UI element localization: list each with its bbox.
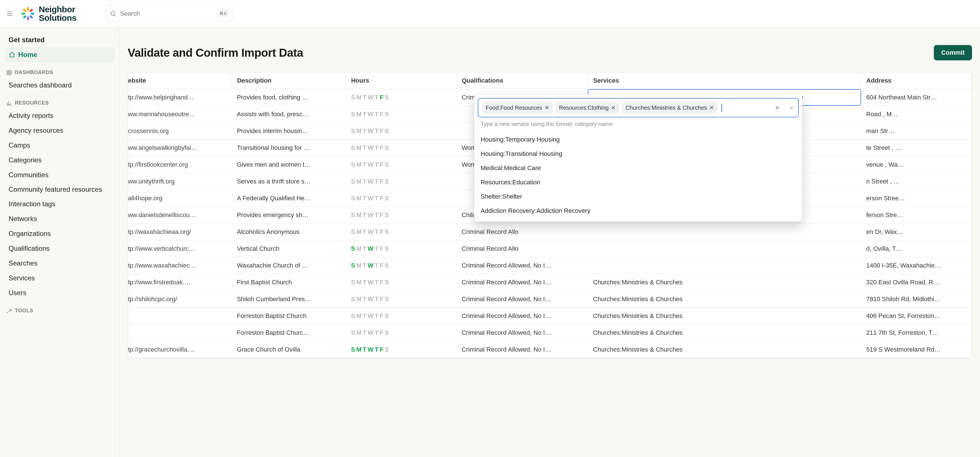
sidebar-item[interactable]: Interaction tags (5, 197, 115, 211)
cell-website[interactable]: tp://gracechurchovilla.… (128, 341, 232, 358)
sidebar-item[interactable]: Networks (5, 211, 115, 226)
get-started-link[interactable]: Get started (5, 32, 115, 47)
cell-hours[interactable]: SMTWTFS (346, 274, 457, 290)
col-description[interactable]: Description (232, 72, 346, 89)
table-row[interactable]: Forreston Baptist Churc…SMTWTFSCriminal … (128, 324, 972, 341)
cell-hours[interactable]: SMTWTFS (346, 206, 457, 224)
cell-address[interactable]: venue , Wa… (861, 156, 972, 173)
service-option[interactable]: Resources:Education (474, 175, 802, 189)
chip-remove-icon[interactable]: ✕ (709, 104, 714, 111)
cell-hours[interactable]: SMTWTFS (346, 122, 457, 139)
cell-services[interactable] (588, 257, 861, 274)
service-chip[interactable]: Food:Food Resources✕ (482, 102, 553, 113)
service-chip[interactable]: Churches:Ministries & Churches✕ (622, 102, 718, 113)
service-option[interactable]: Housing:Temporary Housing (474, 132, 802, 147)
global-search[interactable]: ⌘K (106, 5, 233, 22)
commit-button[interactable]: Commit (934, 45, 972, 60)
cell-address[interactable]: 406 Pecan St, Forreston… (861, 308, 972, 324)
cell-services[interactable] (588, 240, 861, 257)
table-row[interactable]: tp://waxahachieaa.org/Alcoholics Anonymo… (128, 224, 972, 240)
chevron-down-icon[interactable] (788, 105, 794, 111)
cell-hours[interactable]: SMTWTFS (346, 290, 457, 308)
cell-hours[interactable]: SMTWTFS (346, 341, 457, 358)
sidebar-item[interactable]: Activity reports (5, 108, 115, 123)
cell-description[interactable]: Waxahachie Church of … (232, 257, 346, 274)
cell-website[interactable]: tp://waxahachieaa.org/ (128, 224, 232, 240)
service-option[interactable]: Addiction Recovery:Addiction Recovery (474, 204, 802, 218)
cell-qualifications[interactable]: Criminal Record Allowed, No I… (457, 308, 588, 324)
cell-description[interactable]: Gives men and women t… (232, 156, 346, 173)
cell-address[interactable]: en Dr, Wax… (861, 224, 972, 240)
sidebar-item[interactable]: Qualifications (5, 241, 115, 256)
cell-website[interactable]: ww.angelswalkingbyfai… (128, 139, 232, 156)
cell-website[interactable]: tp://www.firstredoak.… (128, 274, 232, 290)
cell-description[interactable]: Transitional housing for … (232, 139, 346, 156)
cell-website[interactable]: tp://www.helpinghand… (128, 89, 232, 106)
cell-description[interactable]: Grace Church of Ovilla (232, 341, 346, 358)
sidebar-item[interactable]: Searches dashboard (5, 78, 115, 93)
cell-website[interactable]: tp://shilohcpc.org/ (128, 290, 232, 308)
cell-website[interactable]: ww.mannahouseoutre… (128, 106, 232, 122)
table-row[interactable]: tp://www.firstredoak.…First Baptist Chur… (128, 274, 972, 290)
cell-description[interactable]: Alcoholics Anonymous (232, 224, 346, 240)
cell-address[interactable]: man Str… (861, 122, 972, 139)
cell-address[interactable]: 211 7th St, Forreston, T… (861, 324, 972, 341)
cell-address[interactable]: 604 Northeast Main Str… (861, 89, 972, 106)
cell-website[interactable]: ww.danielsdenelliscou… (128, 206, 232, 224)
col-website[interactable]: ebsite (128, 72, 232, 89)
cell-hours[interactable]: SMTWTFS (346, 173, 457, 190)
global-search-input[interactable] (119, 10, 214, 17)
sidebar-item[interactable]: Users (5, 286, 115, 300)
cell-address[interactable]: 519 S Westmoreland Rd… (861, 341, 972, 358)
cell-services[interactable]: Churches:Ministries & Churches (588, 324, 861, 341)
service-option[interactable]: Housing:Transitional Housing (474, 147, 802, 161)
cell-hours[interactable]: SMTWTFS (346, 224, 457, 240)
cell-services[interactable]: Churches:Ministries & Churches (588, 290, 861, 308)
cell-website[interactable] (128, 324, 232, 341)
cell-qualifications[interactable]: Criminal Record Allowed, No I… (457, 274, 588, 290)
sidebar-item[interactable]: Camps (5, 138, 115, 153)
cell-website[interactable] (128, 308, 232, 324)
services-combobox[interactable]: Food:Food Resources✕Resources:Clothing✕C… (478, 98, 799, 117)
service-chip[interactable]: Resources:Clothing✕ (555, 102, 619, 113)
menu-toggle-icon[interactable] (6, 10, 14, 17)
col-services[interactable]: Services (588, 72, 861, 89)
cell-description[interactable]: Provides food, clothing … (232, 89, 346, 106)
sidebar-item[interactable]: Searches (5, 256, 115, 271)
cell-description[interactable]: Forreston Baptist Churc… (232, 324, 346, 341)
cell-hours[interactable]: SMTWTFS (346, 156, 457, 173)
cell-description[interactable]: Provides interim housin… (232, 122, 346, 139)
table-row[interactable]: tp://gracechurchovilla.…Grace Church of … (128, 341, 972, 358)
sidebar-item[interactable]: Categories (5, 153, 115, 168)
cell-description[interactable]: Assists with food, presc… (232, 106, 346, 122)
table-row[interactable]: tp://www.verticalchurc…Vertical ChurchSM… (128, 240, 972, 257)
cell-qualifications[interactable]: Criminal Record Allowed, No I… (457, 341, 588, 358)
table-row[interactable]: tp://shilohcpc.org/Shiloh Cumberland Pre… (128, 290, 972, 308)
cell-hours[interactable]: SMTWTFS (346, 106, 457, 122)
cell-services[interactable] (588, 224, 861, 240)
sidebar-item[interactable]: Agency resources (5, 123, 115, 138)
table-row[interactable]: Forreston Baptist ChurchSMTWTFSCriminal … (128, 308, 972, 324)
col-qualifications[interactable]: Qualifications (457, 72, 588, 89)
cell-address[interactable]: erson Stree… (861, 190, 972, 206)
cell-description[interactable]: Shiloh Cumberland Pres… (232, 290, 346, 308)
col-address[interactable]: Address (861, 72, 972, 89)
cell-qualifications[interactable]: Criminal Record Allowed, No I… (457, 290, 588, 308)
cell-hours[interactable]: SMTWTFS (346, 308, 457, 324)
cell-description[interactable]: First Baptist Church (232, 274, 346, 290)
cell-services[interactable]: Churches:Ministries & Churches (588, 274, 861, 290)
cell-website[interactable]: tp://firstlookcenter.org (128, 156, 232, 173)
chip-remove-icon[interactable]: ✕ (611, 104, 616, 111)
sidebar-item[interactable]: Community featured resources (5, 182, 115, 197)
cell-description[interactable]: Provides emergency sh… (232, 206, 346, 224)
cell-qualifications[interactable]: Criminal Record Allowed, No I… (457, 324, 588, 341)
cell-website[interactable]: all4hope.org (128, 190, 232, 206)
table-row[interactable]: tp://www.waxahachiec…Waxahachie Church o… (128, 257, 972, 274)
cell-address[interactable]: 1400 I-35E, Waxahachie… (861, 257, 972, 274)
cell-services[interactable]: Churches:Ministries & Churches (588, 308, 861, 324)
cell-qualifications[interactable]: Criminal Record Allowed, No I… (457, 257, 588, 274)
cell-address[interactable]: n Street , … (861, 173, 972, 190)
cell-hours[interactable]: SMTWTFS (346, 139, 457, 156)
cell-address[interactable]: 320 East Ovilla Road, R… (861, 274, 972, 290)
cell-qualifications[interactable]: Criminal Record Allo (457, 224, 588, 240)
